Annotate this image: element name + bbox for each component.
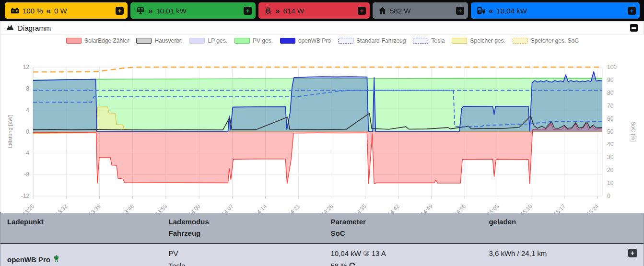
charging-station-icon bbox=[477, 7, 485, 14]
expand-badge-button-battery[interactable]: + bbox=[116, 7, 124, 15]
legend-swatch bbox=[280, 38, 295, 44]
legend-item-1[interactable]: Hausverbr. bbox=[136, 37, 182, 44]
legend-item-8[interactable]: Speicher ges. SoC bbox=[513, 37, 579, 44]
legend-item-3[interactable]: PV ges. bbox=[234, 37, 273, 44]
chart-canvas: 13:2513:3213:3913:4613:5314:0014:0714:14… bbox=[0, 47, 644, 213]
expand-chargepoint-button[interactable]: + bbox=[628, 249, 637, 257]
plug-icon bbox=[53, 254, 59, 266]
legend-item-4[interactable]: openWB Pro bbox=[280, 37, 331, 44]
area-chart-icon bbox=[6, 23, 14, 33]
svg-text:13:32: 13:32 bbox=[55, 203, 69, 213]
legend-swatch bbox=[234, 38, 250, 44]
diagram-panel: Diagramm SolarEdge ZählerHausverbr.LP ge… bbox=[0, 21, 644, 212]
collapse-diagram-button[interactable] bbox=[630, 24, 638, 32]
status-badge-bar: 100 %«0 W+»10,01 kW+»614 W+582 W+«10,04 … bbox=[0, 0, 644, 21]
svg-text:13:46: 13:46 bbox=[121, 203, 135, 213]
badge-value: 10,01 kW bbox=[156, 7, 186, 15]
legend-swatch bbox=[136, 38, 152, 44]
svg-text:14:49: 14:49 bbox=[420, 203, 433, 213]
solar-panel-icon bbox=[136, 7, 145, 14]
legend-label: Tesla bbox=[431, 37, 445, 44]
svg-text:4: 4 bbox=[26, 107, 29, 114]
refresh-soc-icon[interactable] bbox=[349, 262, 356, 266]
panel-title: Diagramm bbox=[18, 24, 51, 32]
expand-badge-button-chargepoint[interactable]: + bbox=[628, 7, 636, 15]
svg-text:30: 30 bbox=[607, 154, 614, 161]
status-badge-chargepoint[interactable]: «10,04 kW+ bbox=[471, 2, 640, 19]
svg-text:80: 80 bbox=[607, 90, 614, 96]
legend-item-7[interactable]: Speicher ges. bbox=[452, 37, 505, 44]
soc-value-line: 58 % bbox=[331, 260, 476, 266]
svg-text:15:03: 15:03 bbox=[486, 203, 500, 213]
legend-item-6[interactable]: Tesla bbox=[413, 37, 445, 44]
chargepoint-name-cell: openWB Pro bbox=[0, 244, 162, 266]
badge-value: 614 W bbox=[283, 7, 304, 15]
legend-item-5[interactable]: Standard-Fahrzeug bbox=[338, 37, 406, 44]
house-icon bbox=[378, 7, 386, 14]
transmission-tower-icon bbox=[264, 6, 272, 15]
svg-text:15:17: 15:17 bbox=[552, 203, 566, 213]
soc-value: 58 % bbox=[331, 262, 347, 266]
legend-label: Standard-Fahrzeug bbox=[356, 37, 406, 44]
parameter-value: 10,04 kW ③ 13 A bbox=[331, 247, 476, 260]
header-parameter-soc: Parameter SoC bbox=[324, 213, 482, 243]
phases-icon: ③ bbox=[363, 249, 369, 257]
svg-text:14:07: 14:07 bbox=[221, 203, 234, 213]
arrow-right-icon: » bbox=[275, 7, 280, 15]
legend-label: openWB Pro bbox=[298, 37, 331, 44]
svg-text:14:35: 14:35 bbox=[353, 203, 367, 213]
header-lademodus-fahrzeug: Lademodus Fahrzeug bbox=[162, 213, 324, 243]
svg-text:12: 12 bbox=[23, 64, 30, 70]
header-geladen: geladen bbox=[482, 213, 644, 243]
car-battery-icon bbox=[11, 7, 19, 14]
fahrzeug-value: Tesla bbox=[169, 260, 317, 266]
chart-area: SolarEdge ZählerHausverbr.LP ges.PV ges.… bbox=[0, 35, 644, 213]
svg-text:15:10: 15:10 bbox=[519, 203, 533, 213]
header-soc: SoC bbox=[331, 228, 476, 239]
status-badge-house[interactable]: 582 W+ bbox=[373, 2, 468, 19]
expand-badge-button-pv[interactable]: + bbox=[244, 7, 252, 15]
expand-badge-button-house[interactable]: + bbox=[456, 7, 464, 15]
legend-item-2[interactable]: LP ges. bbox=[189, 37, 227, 44]
svg-text:13:25: 13:25 bbox=[22, 203, 35, 213]
geladen-cell: 3,6 kWh / 24,1 km + bbox=[482, 244, 644, 266]
svg-text:40: 40 bbox=[607, 141, 614, 148]
legend-swatch bbox=[413, 38, 428, 44]
status-badge-pv[interactable]: »10,01 kW+ bbox=[130, 2, 256, 19]
legend-label: LP ges. bbox=[208, 37, 227, 44]
legend-swatch bbox=[452, 38, 467, 44]
svg-text:20: 20 bbox=[607, 167, 614, 173]
chart-legend: SolarEdge ZählerHausverbr.LP ges.PV ges.… bbox=[0, 37, 644, 44]
legend-label: PV ges. bbox=[253, 37, 273, 44]
legend-swatch bbox=[513, 38, 528, 44]
svg-text:60: 60 bbox=[607, 116, 614, 122]
status-badge-battery[interactable]: 100 %«0 W+ bbox=[5, 2, 128, 19]
badge-value: 0 W bbox=[54, 7, 67, 15]
header-ladepunkt: Ladepunkt bbox=[0, 213, 162, 243]
svg-text:14:42: 14:42 bbox=[386, 203, 400, 213]
svg-text:8: 8 bbox=[26, 85, 29, 92]
svg-text:-8: -8 bbox=[24, 171, 29, 178]
legend-label: SolarEdge Zähler bbox=[84, 37, 129, 44]
table-row: openWB Pro PV Tesla 10,04 kW ③ 13 A 58 %… bbox=[0, 244, 644, 266]
legend-label: Speicher ges. bbox=[470, 37, 505, 44]
legend-item-0[interactable]: SolarEdge Zähler bbox=[66, 37, 129, 44]
svg-text:14:14: 14:14 bbox=[254, 203, 268, 213]
expand-badge-button-grid[interactable]: + bbox=[358, 7, 366, 15]
geladen-value: 3,6 kWh / 24,1 km bbox=[489, 247, 547, 260]
lademodus-value: PV bbox=[169, 247, 317, 260]
svg-text:-12: -12 bbox=[21, 193, 30, 199]
svg-text:0: 0 bbox=[26, 128, 29, 135]
parameter-soc-cell: 10,04 kW ③ 13 A 58 % bbox=[324, 244, 482, 266]
status-badge-grid[interactable]: »614 W+ bbox=[258, 2, 370, 19]
svg-text:100: 100 bbox=[607, 64, 617, 70]
app-frame: 100 %«0 W+»10,01 kW+»614 W+582 W+«10,04 … bbox=[0, 0, 644, 266]
mode-vehicle-cell: PV Tesla bbox=[162, 244, 324, 266]
table-header-row: Ladepunkt Lademodus Fahrzeug Parameter S… bbox=[0, 213, 644, 244]
svg-text:90: 90 bbox=[607, 77, 614, 83]
header-fahrzeug: Fahrzeug bbox=[169, 228, 317, 239]
svg-text:0: 0 bbox=[607, 193, 610, 199]
svg-text:Leistung [kW]: Leistung [kW] bbox=[7, 115, 13, 149]
legend-label: Hausverbr. bbox=[154, 37, 182, 44]
power-value: 10,04 kW bbox=[331, 249, 361, 257]
